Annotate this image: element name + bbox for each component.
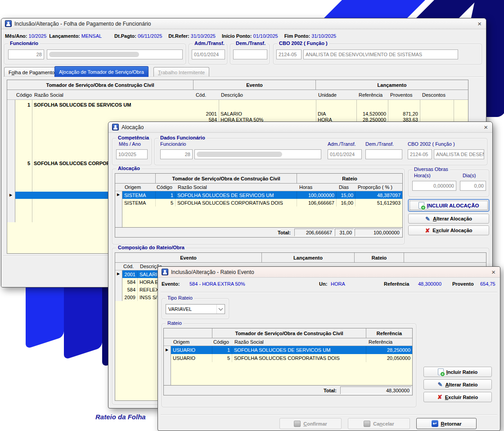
table-row[interactable]: SISTEMA 1 SOFOLHA SOLUCOES DE SERVICOS U… <box>122 191 402 199</box>
funcionario-code-field[interactable]: 28 <box>8 49 44 59</box>
tab-folha-de-pagamento[interactable]: Folha de Pagamento <box>4 67 59 77</box>
confirmar-button: Confirmar <box>279 418 342 429</box>
tab-label: lha de Pagamento <box>14 70 54 75</box>
button-label: xcluir Rateio <box>448 395 478 400</box>
cancelar-button: Cancelar <box>348 418 410 429</box>
inicio-ponto-label: Início Ponto: <box>222 33 252 39</box>
funcionario-name-field[interactable] <box>194 149 321 159</box>
cbo-sublabel: CBO 2002 ( Função ) <box>408 141 455 147</box>
current-row-arrow-icon: ▶ <box>9 193 12 197</box>
cbo-code-field[interactable]: 2124-05 <box>408 149 432 159</box>
mes-ano-label: Mês/Ano: <box>5 33 27 39</box>
provento-label: Provento <box>452 281 474 287</box>
cbo-desc-field[interactable]: ANALISTA DE DESENVOLVIMENTO DE SISTEMAS <box>434 149 484 159</box>
close-icon[interactable]: × <box>483 124 489 130</box>
titlebar-folha[interactable]: Inclusão/Alteração - Folha de Pagamento … <box>1 18 486 29</box>
cell-origem: USUARIO <box>171 346 212 354</box>
titlebar-alocacao[interactable]: Alocação × <box>108 122 492 133</box>
button-label: lterar Rateio <box>449 382 477 387</box>
alterar-rateio-button[interactable]: ✎ Alterar Rateio <box>423 379 492 390</box>
col-dias: Dias <box>337 184 356 190</box>
inicio-ponto-value: 01/10/2025 <box>253 33 278 39</box>
table-row-tomador-1[interactable]: 1 SOFOLHA SOLUCOES DE SERVICOS UM <box>15 102 468 108</box>
col-codigo: Código <box>15 92 32 98</box>
desktop: Rateio da Folha Inclusão/Alteração - Fol… <box>0 0 504 431</box>
excluir-rateio-button[interactable]: ✘ Excluir Rateio <box>423 392 492 402</box>
cbo-desc-field[interactable]: ANALISTA DE DESENVOLVIMENTO DE SISTEMAS <box>303 49 458 59</box>
funcionario-group: Funcionário 28 <box>4 44 186 64</box>
adm-transf-field[interactable]: 01/01/2024 <box>192 49 225 59</box>
cbo-code-field[interactable]: 2124-05 <box>276 49 302 59</box>
dem-transf-sublabel: Dem./Transf. <box>365 141 394 147</box>
incluir-alocacao-button[interactable]: INCLUIR ALOCAÇÃO <box>408 199 489 211</box>
cell-dias: 15,00 <box>337 191 356 199</box>
dias-sublabel: Dia(s) <box>463 173 476 178</box>
dem-transf-field[interactable] <box>365 149 402 159</box>
dem-transf-field[interactable] <box>233 49 267 59</box>
tomador-codigo: 1 <box>15 102 32 108</box>
referencia-value: 48,300000 <box>418 281 441 287</box>
funcionario-name-field[interactable] <box>47 49 183 59</box>
titlebar-rateio[interactable]: Inclusão/Alteração - Rateio Evento × <box>158 267 500 278</box>
group-header-tomador: Tomador de Serviço/Obra de Construção Ci… <box>156 174 297 183</box>
table-row-evento[interactable]: 2001 SALARIO DIA 14,520000 871,20 <box>15 111 468 117</box>
tipo-rateio-select[interactable]: VARIAVEL <box>166 304 225 314</box>
col-horas: Horas <box>297 184 337 190</box>
lancamento-value: MENSAL <box>81 33 102 39</box>
col-referencia: Referência <box>366 339 412 345</box>
pencil-icon: ✎ <box>437 382 442 387</box>
alterar-alocacao-button[interactable]: ✎ Alterar Alocação <box>408 214 489 224</box>
tomador-razao: SOFOLHA SOLUCOES DE SERVICOS UM <box>32 102 302 108</box>
cell-codigo: 5 <box>212 354 232 362</box>
cell-origem: SISTEMA <box>122 191 156 199</box>
button-label: Ca <box>373 421 379 427</box>
table-row[interactable]: USUARIO 1 SOFOLHA SOLUCOES DE SERVICOS U… <box>171 346 412 354</box>
dias-field[interactable]: 0,00 <box>460 181 486 191</box>
adm-transf-field[interactable]: 01/01/2024 <box>328 149 362 159</box>
tab-label: rabalho Intermitente <box>161 70 205 75</box>
pencil-icon: ✎ <box>425 216 430 222</box>
tipo-rateio-group: Tipo Rateio VARIAVEL <box>162 298 229 319</box>
retornar-button[interactable]: ↩ Retornar <box>416 418 477 429</box>
diversas-obras-label: Diversas Obras <box>412 166 450 172</box>
close-icon[interactable]: × <box>490 269 496 275</box>
alocacao-grid: Tomador de Serviço/Obra de Construção Ci… <box>115 173 403 228</box>
mes-ano-field[interactable]: 10/2025 <box>116 149 148 159</box>
group-header-evento: Evento <box>115 253 262 262</box>
tab-trabalho-intermitente: Trabalho Intermitente <box>153 67 209 77</box>
adm-transf-group: Adm./Transf. 01/01/2024 <box>189 44 227 64</box>
horas-field[interactable]: 0,000000 <box>412 181 456 191</box>
lancamento-label: Lançamento: <box>49 33 80 39</box>
evento-value: 584 - HORA EXTRA 50% <box>189 281 245 287</box>
alocacao-total-bar: Total: 206,666667 31,00 100,000000 <box>115 228 403 238</box>
button-label-key: C <box>303 421 307 427</box>
provento-value: 654,75 <box>480 281 495 287</box>
dem-transf-group: Dem./Transf. <box>230 44 270 64</box>
table-row[interactable]: USUARIO 5 SOFOLHA SOLUCOES CORPORATIVAS … <box>171 354 412 362</box>
tipo-rateio-label: Tipo Rateio <box>166 295 194 301</box>
diversas-obras-group: Diversas Obras Hora(s) 0,000000 Dia(s) 0… <box>408 170 489 197</box>
mes-ano-value: 10/2025 <box>29 33 47 39</box>
cell-razao: SOFOLHA SOLUCOES DE SERVICOS UM <box>232 346 366 354</box>
evento-desc: SALARIO <box>219 111 316 117</box>
adm-transf-sublabel: Adm./Transf. <box>328 141 356 147</box>
total-referencia: 48,300000 <box>340 386 411 394</box>
col-referencia: Referência <box>356 92 388 98</box>
cell-cod: 584 <box>122 286 138 293</box>
group-header-rateio: Rateio <box>297 174 402 183</box>
tab-alocacao-tomador[interactable]: Alocação de Tomador de Serviço/Obra <box>54 66 148 77</box>
col-descricao: Descrição <box>219 92 316 98</box>
confirm-icon <box>294 421 301 427</box>
cell-origem: USUARIO <box>171 354 212 362</box>
excluir-alocacao-button[interactable]: ✘ Excluir Alocação <box>408 225 489 235</box>
incluir-rateio-button[interactable]: Incluir Rateio <box>423 367 492 377</box>
cell-referencia: 28,250000 <box>366 346 412 354</box>
evento-proventos: 871,20 <box>388 111 420 117</box>
dt-refer-label: Dt.Refer: <box>168 33 189 39</box>
close-icon[interactable]: × <box>477 20 482 27</box>
table-row[interactable]: SISTEMA 5 SOFOLHA SOLUCOES CORPORATIVAS … <box>122 199 402 207</box>
un-label: Un: <box>319 281 327 287</box>
funcionario-code-field[interactable]: 28 <box>160 149 193 159</box>
delete-x-icon: ✘ <box>425 228 430 233</box>
col-origem: Origem <box>171 339 212 345</box>
